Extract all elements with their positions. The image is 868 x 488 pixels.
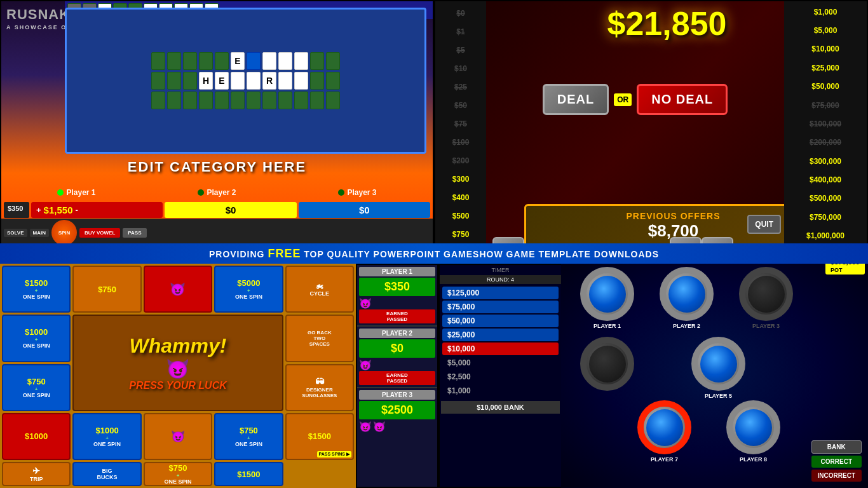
pyl-cell-whammy-2[interactable]: 😈 [144,413,212,460]
player5-btn-label: PLAYER 5 [691,393,745,399]
pyl-cell-trip[interactable]: ✈ TRIP [2,462,71,486]
cell-r3c7 [247,92,261,109]
cell-r2c8: R [262,72,276,90]
pyl-cell-bottom-row[interactable]: $1500 PASS SPINS ▶ [285,413,354,460]
ladder-125k[interactable]: $125,000 [442,287,559,299]
pyl-cell-1500-2[interactable]: $1500 [214,462,283,486]
ladder-75k[interactable]: $75,000 [442,301,559,313]
p1-score-box: + $1,550 - [31,202,163,218]
p2-score-display: $0 [359,339,435,358]
money-400000: $400,000 [787,174,864,186]
money-200000: $200,000 [787,137,864,148]
pass-spins-btn[interactable]: PASS SPINS ▶ [317,451,351,458]
cell-r3c2 [167,92,181,109]
p3-header: PLAYER 3 [359,390,435,400]
player1-inner [589,276,626,313]
player3-button[interactable]: PLAYER 3 [739,267,793,329]
player1-btn-label: PLAYER 1 [580,323,634,329]
cell-r1c11 [310,52,324,70]
no-deal-button[interactable]: NO DEAL [637,84,728,115]
player7-button[interactable]: PLAYER 7 [637,400,691,463]
pyl-cell-big-bucks[interactable]: BIG BUCKS [72,462,141,486]
pyl-cell-1000-3[interactable]: $1000 + ONE SPIN [72,413,141,460]
p3-score-box: $0 [299,202,430,218]
dond-panel: $0 $1 $5 $10 $25 $50 $75 $100 $200 $300 … [434,0,868,248]
p2-header: PLAYER 2 [359,329,435,338]
money-750: $750 [438,229,484,240]
cell-r1c1 [151,52,165,70]
pass-btn[interactable]: PASS [123,228,146,238]
player2-disc[interactable] [660,267,714,321]
cell-r3c10 [294,92,308,109]
p1-whammies: 😈 [359,297,435,309]
pyl-cell-go-back[interactable]: GO BACK TWO SPACES [285,315,354,362]
player7-disc[interactable] [637,400,691,454]
scores-row: $350 + $1,550 - $0 $0 [1,201,433,219]
player3-disc[interactable] [739,267,793,321]
pyl-cell-whammy-1[interactable]: 😈 [144,266,212,313]
cell-r1c8 [262,52,276,70]
cell-r1c12 [326,52,340,70]
player5-button[interactable]: PLAYER 5 [691,337,745,399]
player4-inner [589,346,626,383]
p1-score: $1,550 [44,205,73,215]
player8-button[interactable]: PLAYER 8 [726,400,780,463]
ladder-10k[interactable]: $10,000 [442,342,559,355]
incorrect-btn[interactable]: INCORRECT [811,470,862,482]
player4-disc[interactable] [580,337,634,391]
player1-dot [57,189,64,196]
player2-button[interactable]: PLAYER 2 [660,267,714,329]
player2-btn-label: PLAYER 2 [660,323,714,329]
pyl-panel: $1500 + ONE SPIN $750 😈 $5000 + ONE SPIN… [0,264,356,488]
money-75: $75 [438,118,484,130]
banner-text: PROVIDING FREE TOP QUALITY POWERPOINT GA… [209,247,659,261]
correct-btn[interactable]: CORRECT [811,456,862,468]
cell-r1c3 [183,52,197,70]
deal-button[interactable]: DEAL [543,84,609,115]
cell-r3c12 [326,92,340,109]
pyl-cell-1000-1[interactable]: $1000 + ONE SPIN [2,315,71,362]
money-75000: $75,000 [787,100,864,111]
pyl-cell-designer[interactable]: 🕶 DESIGNER SUNGLASSES [285,364,354,411]
ladder-2500: $2,500 [442,370,559,383]
p2-score-box: $0 [165,202,296,218]
money-50: $50 [438,100,484,111]
main-btn[interactable]: MAIN [30,229,49,237]
pyl-cell-750-4[interactable]: $750 + ONE SPIN [144,462,212,486]
player8-inner [735,409,772,446]
pyl-cell-5000[interactable]: $5000 + ONE SPIN [214,266,283,313]
player2-section: PLAYER 2 $0 😈 EARNED PASSED [357,325,437,387]
ladder-25k[interactable]: $25,000 [442,329,559,341]
money-ladder: $125,000 $75,000 $50,000 $25,000 $10,000… [440,284,561,400]
pyl-cell-750-1[interactable]: $750 [72,266,141,313]
ladder-50k[interactable]: $50,000 [442,315,559,327]
player8-disc[interactable] [726,400,780,454]
player2-label: Player 2 [207,188,236,197]
player5-disc[interactable] [691,337,745,391]
p2-whammy-icon: 😈 [359,359,372,371]
cell-r2c4: H [199,72,213,90]
pyl-cell-cycle[interactable]: 🏍 CYCLE [285,266,354,313]
p2-score: $0 [226,205,236,215]
pyl-cell-750-3[interactable]: $750 + ONE SPIN [214,413,283,460]
buy-vowel-btn[interactable]: BUY VOWEL [79,228,120,238]
solve-btn[interactable]: SOLVE [4,229,27,237]
wof-category[interactable]: EDIT CATEGORY HERE [1,159,433,175]
letter-row-3 [151,92,340,109]
spin-logo: SPIN [51,220,77,245]
player4-button[interactable] [580,337,634,391]
pyl-cell-1500-1[interactable]: $1500 + ONE SPIN [2,266,71,313]
quit-button[interactable]: QUIT [747,215,781,234]
cell-r3c11 [310,92,324,109]
bank-display: $10,000 BANK [441,401,560,414]
wof-panel: RUSNAKCREATIVE.com A SHOWCASE OF CREATIV… [0,0,434,248]
player1-disc[interactable] [580,267,634,321]
cell-r1c9 [278,52,292,70]
pyl-cell-750-2[interactable]: $750 + ONE SPIN [2,364,71,411]
player1-button[interactable]: PLAYER 1 [580,267,634,329]
current-score: $350 [4,202,29,218]
cell-r3c8 [262,92,276,109]
bank-btn[interactable]: BANK [811,440,862,454]
cell-r2c2 [167,72,181,90]
pyl-cell-1000-2[interactable]: $1000 [2,413,71,460]
